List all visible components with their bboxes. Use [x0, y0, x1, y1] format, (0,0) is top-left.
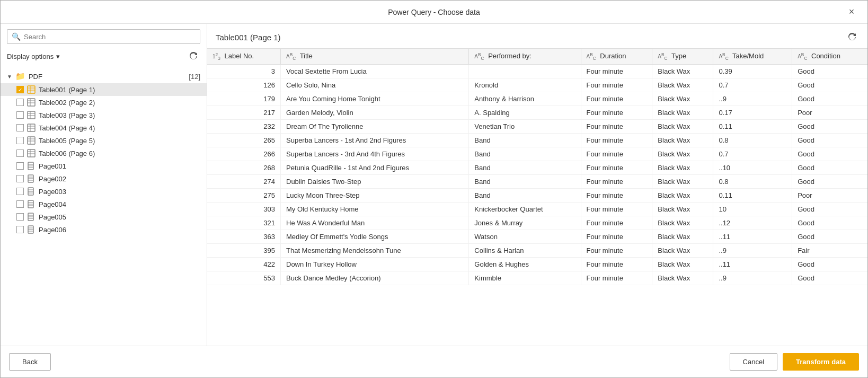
col-header-take-mold[interactable]: ABC Take/Mold	[713, 49, 792, 65]
tree-item-page003[interactable]: Page003	[1, 185, 207, 198]
checkbox-page006[interactable]	[16, 226, 24, 233]
cell-take-mold: 0.8	[713, 175, 792, 189]
cell-title: Medley Of Emmett's Yodle Songs	[281, 230, 469, 244]
checkbox-page002[interactable]	[16, 175, 24, 182]
cell-performed-by	[469, 65, 581, 78]
cell-label-no: 422	[207, 258, 281, 271]
tree-item-page005[interactable]: Page005	[1, 210, 207, 223]
tree-item-table002[interactable]: Table002 (Page 2)	[1, 96, 207, 109]
checkbox-page001[interactable]	[16, 162, 24, 170]
checkbox-table005[interactable]	[16, 137, 24, 144]
checkbox-table003[interactable]	[16, 111, 24, 119]
search-input[interactable]	[24, 33, 196, 41]
table-row[interactable]: 265 Superba Lancers - 1st And 2nd Figure…	[207, 134, 867, 147]
tree-folder-pdf[interactable]: ▼ 📁 PDF [12]	[1, 69, 207, 83]
cell-type: Black Wax	[652, 134, 713, 147]
checkbox-page003[interactable]	[16, 188, 24, 195]
table-row[interactable]: 395 That Mesmerizing Mendelssohn Tune Co…	[207, 244, 867, 258]
tree-item-table001[interactable]: Table001 (Page 1)	[1, 83, 207, 96]
table-row[interactable]: 321 He Was A Wonderful Man Jones & Murra…	[207, 216, 867, 230]
cell-type: Black Wax	[652, 216, 713, 230]
chevron-down-icon: ▾	[56, 52, 60, 60]
table-row[interactable]: 422 Down In Turkey Hollow Golden & Hughe…	[207, 258, 867, 271]
cell-duration: Four minute	[581, 120, 652, 134]
cell-duration: Four minute	[581, 203, 652, 216]
cell-title: Dublin Daisies Two-Step	[281, 175, 469, 189]
cell-take-mold: 0.7	[713, 78, 792, 92]
checkbox-table006[interactable]	[16, 150, 24, 157]
table-container[interactable]: 123 Label No. ABC Title ABC Performed by…	[207, 48, 867, 346]
tree-item-label: Table003 (Page 3)	[39, 111, 200, 119]
transform-data-button[interactable]: Transform data	[783, 353, 859, 371]
table-icon	[27, 98, 36, 107]
back-button[interactable]: Back	[9, 353, 51, 371]
tree-item-page006[interactable]: Page006	[1, 223, 207, 236]
table-row[interactable]: 126 Cello Solo, Nina Kronold Four minute…	[207, 78, 867, 92]
col-header-label-no[interactable]: 123 Label No.	[207, 49, 281, 65]
tree-item-page004[interactable]: Page004	[1, 198, 207, 210]
cell-label-no: 363	[207, 230, 281, 244]
cell-type: Black Wax	[652, 189, 713, 203]
cell-duration: Four minute	[581, 161, 652, 175]
col-header-type[interactable]: ABC Type	[652, 49, 713, 65]
cell-duration: Four minute	[581, 78, 652, 92]
col-header-condition[interactable]: ABC Condition	[792, 49, 867, 65]
checkbox-table002[interactable]	[16, 99, 24, 106]
table-row[interactable]: 363 Medley Of Emmett's Yodle Songs Watso…	[207, 230, 867, 244]
cell-duration: Four minute	[581, 134, 652, 147]
cell-label-no: 321	[207, 216, 281, 230]
cell-duration: Four minute	[581, 244, 652, 258]
tree-item-table003[interactable]: Table003 (Page 3)	[1, 109, 207, 121]
table-title: Table001 (Page 1)	[216, 33, 281, 42]
cell-take-mold: 0.7	[713, 147, 792, 161]
table-row[interactable]: 266 Superba Lancers - 3rd And 4th Figure…	[207, 147, 867, 161]
cell-performed-by: Kronold	[469, 78, 581, 92]
tree-item-table006[interactable]: Table006 (Page 6)	[1, 147, 207, 160]
col-header-performed-by[interactable]: ABC Performed by:	[469, 49, 581, 65]
window-title: Power Query - Choose data	[23, 8, 845, 16]
cell-condition: Fair	[792, 244, 867, 258]
cell-type: Black Wax	[652, 258, 713, 271]
table-row[interactable]: 3 Vocal Sextette From Lucia Four minute …	[207, 65, 867, 78]
cell-label-no: 232	[207, 120, 281, 134]
col-header-title[interactable]: ABC Title	[281, 49, 469, 65]
cell-type: Black Wax	[652, 78, 713, 92]
cell-condition: Good	[792, 78, 867, 92]
checkbox-table004[interactable]	[16, 124, 24, 131]
display-options-toggle[interactable]: Display options ▾	[7, 52, 60, 60]
table-refresh-button[interactable]	[845, 30, 859, 44]
close-button[interactable]: ×	[845, 6, 858, 19]
cell-performed-by: Watson	[469, 230, 581, 244]
col-header-duration[interactable]: ABC Duration	[581, 49, 652, 65]
table-row[interactable]: 274 Dublin Daisies Two-Step Band Four mi…	[207, 175, 867, 189]
cell-performed-by: Band	[469, 189, 581, 203]
page-icon	[27, 187, 36, 196]
dialog-window: Power Query - Choose data × 🔍 Display op…	[0, 0, 868, 378]
left-panel-refresh-button[interactable]	[187, 49, 200, 63]
checkbox-page004[interactable]	[16, 200, 24, 208]
tree-item-label: Table002 (Page 2)	[39, 99, 200, 107]
cell-performed-by: Collins & Harlan	[469, 244, 581, 258]
table-row[interactable]: 275 Lucky Moon Three-Step Band Four minu…	[207, 189, 867, 203]
search-box: 🔍	[7, 29, 200, 44]
tree-item-page001[interactable]: Page001	[1, 160, 207, 172]
cell-title: Cello Solo, Nina	[281, 78, 469, 92]
cancel-button[interactable]: Cancel	[730, 353, 777, 371]
page-icon	[27, 225, 36, 234]
cell-performed-by: Band	[469, 175, 581, 189]
cell-condition: Good	[792, 92, 867, 106]
table-row[interactable]: 268 Petunia QuadRille - 1st And 2nd Figu…	[207, 161, 867, 175]
checkbox-table001[interactable]	[16, 86, 24, 93]
table-row[interactable]: 179 Are You Coming Home Tonight Anthony …	[207, 92, 867, 106]
checkbox-page005[interactable]	[16, 213, 24, 221]
tree-item-page002[interactable]: Page002	[1, 172, 207, 185]
tree-item-table005[interactable]: Table005 (Page 5)	[1, 134, 207, 147]
folder-count: [12]	[189, 73, 200, 81]
table-row[interactable]: 232 Dream Of The Tyrolienne Venetian Tri…	[207, 120, 867, 134]
table-row[interactable]: 217 Garden Melody, Violin A. Spalding Fo…	[207, 106, 867, 120]
table-row[interactable]: 553 Buck Dance Medley (Accorion) Kimmble…	[207, 271, 867, 285]
table-row[interactable]: 303 My Old Kentucky Home Knickerbocker Q…	[207, 203, 867, 216]
cell-type: Black Wax	[652, 92, 713, 106]
tree-item-table004[interactable]: Table004 (Page 4)	[1, 121, 207, 134]
tree-item-label: Page001	[39, 162, 200, 170]
